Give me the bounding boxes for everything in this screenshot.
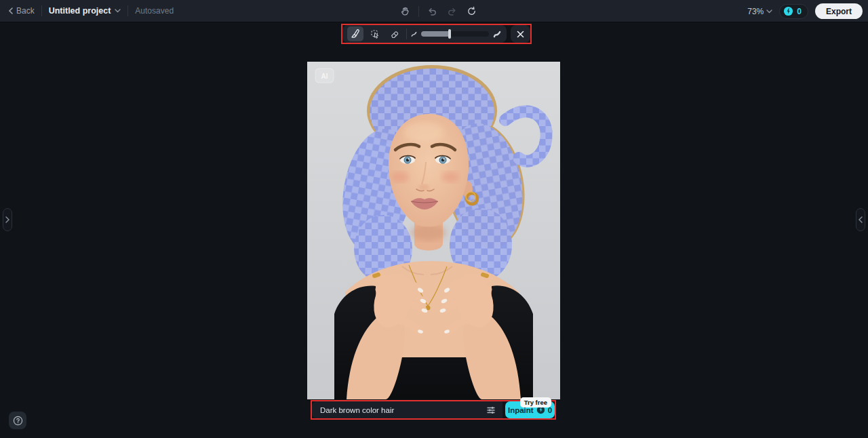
divider (418, 6, 419, 17)
prompt-settings-button[interactable] (485, 404, 497, 416)
project-title[interactable]: Untitled project (49, 6, 121, 16)
expand-right-panel-button[interactable] (856, 208, 865, 231)
credits-pill[interactable]: 0 (779, 4, 808, 19)
svg-text:AI: AI (321, 73, 328, 80)
brush-tool-icon (351, 29, 360, 39)
eraser-tool-button[interactable] (387, 26, 403, 41)
divider (41, 5, 42, 16)
export-button[interactable]: Export (815, 3, 863, 19)
back-button[interactable]: Back (8, 6, 35, 16)
help-question-icon (13, 416, 23, 426)
pan-hand-icon (400, 6, 410, 16)
back-chevron-icon (8, 7, 14, 14)
credits-count: 0 (797, 7, 802, 16)
help-button[interactable] (9, 412, 26, 429)
brush-size-slider-fill (421, 31, 450, 37)
portrait-photo: AI (307, 62, 560, 399)
divider (127, 5, 128, 16)
brush-size-large-icon (492, 29, 502, 39)
zoom-level-control[interactable]: 73% (747, 7, 772, 16)
reset-button[interactable] (465, 5, 478, 18)
try-free-badge: Try free (520, 397, 551, 407)
annotation-box-toolbar (341, 24, 532, 44)
settings-sliders-icon (486, 405, 496, 415)
mask-toolbar (342, 25, 507, 43)
select-tool-icon (370, 29, 380, 39)
project-title-label: Untitled project (49, 6, 111, 16)
reset-refresh-icon (467, 6, 477, 16)
close-icon (517, 31, 524, 38)
pan-tool-button[interactable] (399, 5, 412, 18)
redo-button[interactable] (446, 5, 458, 18)
undo-button[interactable] (426, 5, 439, 18)
close-mask-toolbar-button[interactable] (511, 25, 530, 43)
brush-size-small-icon (410, 30, 418, 38)
top-bar: Back Untitled project Autosaved (0, 0, 868, 22)
chevron-down-icon (115, 9, 121, 13)
divider (406, 28, 407, 39)
select-tool-button[interactable] (367, 26, 383, 41)
credits-coin-icon (783, 6, 793, 16)
canvas-image[interactable]: AI (307, 62, 560, 399)
annotation-box-prompt: Inpaint 0 Try free (311, 400, 556, 420)
chevron-left-icon (859, 216, 863, 223)
back-label: Back (16, 6, 35, 16)
brush-size-slider[interactable] (421, 31, 489, 37)
chevron-right-icon (5, 216, 9, 223)
chevron-down-icon (766, 9, 772, 14)
undo-icon (427, 7, 437, 16)
ai-watermark-badge: AI (315, 68, 334, 83)
zoom-level-value: 73% (747, 7, 764, 16)
redo-icon (447, 7, 457, 16)
brush-tool-button[interactable] (347, 26, 363, 41)
autosaved-status: Autosaved (135, 6, 174, 16)
brush-size-slider-handle[interactable] (448, 29, 451, 39)
prompt-input[interactable] (320, 406, 481, 414)
eraser-tool-icon (390, 29, 399, 39)
expand-left-panel-button[interactable] (3, 208, 12, 231)
prompt-input-container (312, 401, 502, 418)
